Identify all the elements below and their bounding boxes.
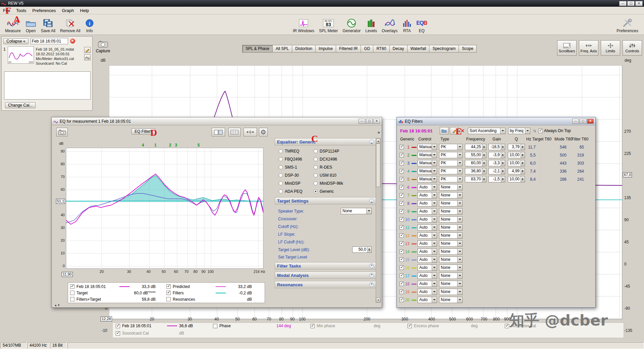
legend-checkbox[interactable] (116, 324, 120, 328)
legend-checkbox[interactable] (116, 331, 120, 336)
filter-type-dropdown[interactable]: None (439, 224, 463, 231)
delete-measurement-button[interactable]: ✕ (70, 39, 75, 44)
equaliser-option[interactable]: MiniDSP (279, 181, 314, 186)
remove-all-button[interactable]: Remove All (58, 15, 83, 34)
filter-type-dropdown[interactable]: None (439, 232, 463, 239)
filter-gain-spinner[interactable]: -3,3 (488, 160, 505, 166)
filter-type-dropdown[interactable]: None (439, 289, 463, 295)
filter-type-dropdown[interactable]: None (439, 273, 463, 279)
eq-capture-button[interactable] (56, 128, 68, 136)
preferences-button[interactable]: Preferences (614, 15, 641, 34)
equaliser-option[interactable]: DSP1124P (314, 149, 375, 154)
target-level-spinner[interactable]: 50,0 (352, 246, 372, 253)
graph-tab[interactable]: Filtered IR (336, 45, 361, 53)
layout-panes-button[interactable] (212, 128, 225, 136)
filter-gain-spinner[interactable]: -1,5 (488, 176, 505, 182)
filter-control-dropdown[interactable]: Auto (418, 297, 437, 303)
target-settings-section-header[interactable]: Target Settings (275, 197, 376, 205)
menu-item[interactable]: Preferences (29, 7, 59, 14)
equaliser-radio[interactable] (279, 149, 283, 153)
filter-type-dropdown[interactable]: None (439, 265, 463, 271)
measurement-thumbnail[interactable]: 20 200 (8, 46, 34, 64)
measurement-name-input[interactable] (31, 38, 68, 44)
filter-number-marker[interactable]: 2 (169, 143, 171, 148)
legend-checkbox[interactable] (166, 284, 171, 289)
expand-chevron-icon[interactable] (369, 282, 374, 287)
filter-tasks-section-header[interactable]: Filter Tasks (275, 262, 376, 270)
graph-tab[interactable]: Distortion (292, 45, 316, 53)
filter-control-dropdown[interactable]: Manual (418, 144, 437, 150)
sort-direction-icon[interactable]: ↑↓ (530, 128, 538, 133)
menu-item[interactable]: Help (77, 7, 92, 14)
capture-button[interactable]: Capture (95, 40, 111, 53)
always-on-top-checkbox[interactable] (538, 129, 543, 133)
equaliser-option[interactable]: FBQ2496 (279, 157, 314, 162)
limits-button[interactable]: Limits (601, 40, 620, 56)
overlays-button[interactable]: Overlays (379, 15, 400, 34)
filter-control-dropdown[interactable]: Auto (418, 265, 437, 271)
grid-button[interactable] (228, 128, 240, 136)
spl-meter-button[interactable]: dB SPL 83 SPL Meter (317, 15, 340, 34)
menu-item[interactable]: Tools (13, 7, 29, 14)
graph-tab[interactable]: Spectrogram (429, 45, 459, 53)
filter-type-dropdown[interactable]: PK (439, 176, 463, 182)
equaliser-radio[interactable] (314, 157, 318, 161)
sort-by-dropdown[interactable]: by Freq (508, 128, 530, 134)
filter-frequency-spinner[interactable]: 60,00 (465, 160, 486, 166)
filter-type-dropdown[interactable]: PK (439, 168, 463, 174)
legend-checkbox[interactable] (408, 324, 412, 328)
eq-filters-close-button[interactable]: ✕ (587, 119, 594, 124)
equaliser-option[interactable]: USM 810 (314, 173, 375, 178)
freq-axis-button[interactable]: Freq. Axis (579, 40, 598, 56)
eq-window-minimize-button[interactable]: — (359, 119, 365, 124)
save-all-button[interactable]: Save All (39, 15, 58, 34)
legend-checkbox[interactable] (310, 324, 315, 328)
graph-tab[interactable]: SPL & Phase (242, 45, 273, 53)
filter-control-dropdown[interactable]: Auto (418, 192, 437, 198)
legend-checkbox[interactable] (213, 324, 217, 328)
expand-chevron-icon[interactable] (369, 264, 374, 268)
minimize-button[interactable]: — (619, 1, 627, 6)
eq-filters-minimize-button[interactable]: — (572, 119, 579, 124)
filter-type-dropdown[interactable]: None (439, 281, 463, 287)
equaliser-radio[interactable] (314, 149, 318, 153)
filter-control-dropdown[interactable]: Auto (418, 184, 437, 190)
equaliser-radio[interactable] (314, 181, 318, 185)
levels-button[interactable]: Levels (363, 15, 379, 34)
eq-graph[interactable] (52, 138, 273, 282)
filter-control-dropdown[interactable]: Manual (418, 160, 437, 166)
eq-window-titlebar[interactable]: EQ for measurement 1 Feb 18 16:05:01 — ▢… (52, 117, 382, 125)
legend-checkbox[interactable] (70, 284, 74, 289)
filter-frequency-spinner[interactable]: 36,80 (465, 168, 486, 174)
equaliser-option[interactable]: ADA PEQ (279, 189, 314, 194)
filter-control-dropdown[interactable]: Auto (418, 240, 437, 247)
eq-button[interactable]: EQB EQ (414, 15, 429, 34)
filter-type-dropdown[interactable]: None (439, 192, 463, 198)
equaliser-radio[interactable] (279, 181, 283, 185)
resonances-section-header[interactable]: Resonances (275, 281, 376, 288)
eq-filters-titlebar[interactable]: EQ Filters — ▢ ✕ (397, 117, 595, 125)
filter-control-dropdown[interactable]: Auto (418, 289, 437, 295)
controls-button[interactable]: Controls (623, 40, 642, 56)
filter-control-dropdown[interactable]: Auto (418, 216, 437, 223)
filter-type-dropdown[interactable]: None (439, 184, 463, 190)
equaliser-option[interactable]: MiniDSP-96k (314, 181, 375, 186)
filter-gain-spinner[interactable]: -2,1 (488, 168, 505, 174)
equaliser-option[interactable]: DSP-30 (279, 173, 314, 178)
filter-control-dropdown[interactable]: Manual (418, 176, 437, 182)
equaliser-option[interactable]: DCX2496 (314, 157, 375, 162)
collapse-chevron-icon[interactable] (369, 139, 374, 144)
scroll-down-arrow[interactable] (376, 298, 380, 302)
equaliser-option[interactable]: SMS-1 (279, 165, 314, 170)
filter-type-dropdown[interactable]: None (439, 256, 463, 263)
gear-icon[interactable] (259, 128, 268, 136)
eq-filters-window[interactable]: EQ Filters — ▢ ✕ Feb 18 16:05:01 ✕ Sort … (396, 117, 596, 308)
graph-tab[interactable]: Impulse (316, 45, 336, 53)
equaliser-option[interactable]: R-DES (314, 165, 375, 170)
trace-options-button[interactable] (84, 54, 91, 60)
legend-checkbox[interactable] (70, 297, 74, 301)
equaliser-radio[interactable] (279, 165, 283, 169)
equaliser-radio[interactable] (314, 173, 318, 177)
filter-control-dropdown[interactable]: Auto (418, 232, 437, 239)
equaliser-radio[interactable] (314, 165, 318, 169)
